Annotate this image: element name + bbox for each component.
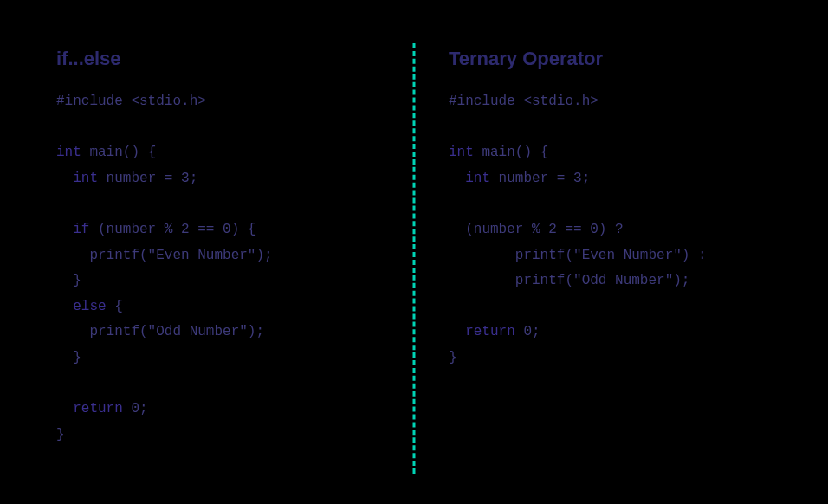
code-line: } — [56, 273, 81, 288]
code-text: main() { — [81, 145, 156, 160]
code-line: #include <stdio.h> — [449, 94, 598, 109]
panel-if-else: if...else #include <stdio.h> int main() … — [56, 48, 414, 456]
code-line: } — [56, 427, 65, 443]
code-line: printf("Even Number"); — [56, 248, 273, 263]
keyword: if — [56, 222, 89, 237]
code-text: { — [107, 299, 123, 314]
vertical-divider — [413, 43, 416, 474]
title-ternary: Ternary Operator — [449, 48, 772, 70]
keyword: int — [56, 145, 81, 160]
code-line: } — [56, 350, 81, 365]
code-text: number = 3; — [490, 171, 590, 186]
code-text: main() { — [474, 145, 548, 160]
code-text: number = 3; — [98, 171, 197, 186]
code-ternary: #include <stdio.h> int main() { int numb… — [449, 89, 772, 372]
keyword: int — [449, 145, 474, 160]
keyword: return — [449, 324, 515, 339]
code-text: 0; — [123, 401, 148, 417]
code-text: 0; — [515, 324, 540, 339]
code-line: (number % 2 == 0) ? — [449, 222, 624, 237]
code-line: } — [449, 350, 457, 365]
code-text: (number % 2 == 0) { — [89, 222, 256, 237]
keyword: int — [56, 171, 98, 186]
code-if-else: #include <stdio.h> int main() { int numb… — [56, 89, 379, 448]
keyword: return — [56, 401, 123, 417]
keyword: int — [449, 171, 490, 186]
code-line: printf("Odd Number"); — [449, 273, 689, 288]
title-if-else: if...else — [56, 48, 379, 70]
code-line: #include <stdio.h> — [56, 94, 206, 109]
panel-ternary: Ternary Operator #include <stdio.h> int … — [414, 48, 772, 456]
code-line: printf("Even Number") : — [449, 248, 707, 263]
keyword: else — [56, 299, 107, 314]
code-line: printf("Odd Number"); — [56, 324, 264, 339]
